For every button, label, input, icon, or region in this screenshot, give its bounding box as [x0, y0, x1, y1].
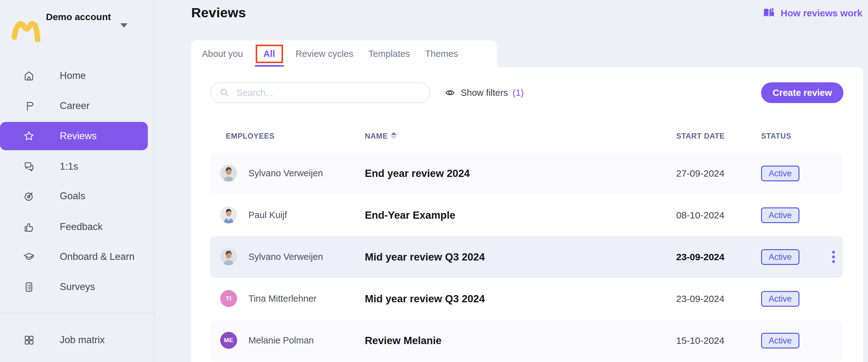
survey-list-icon — [23, 281, 35, 293]
create-review-button[interactable]: Create review — [761, 82, 843, 103]
search-box — [210, 82, 430, 103]
sidebar-item-onboard-learn[interactable]: Onboard & Learn — [0, 247, 148, 267]
avatar — [220, 206, 237, 223]
sidebar-item-surveys[interactable]: Surveys — [0, 277, 148, 297]
star-icon — [23, 130, 35, 142]
avatar: ME — [220, 332, 237, 349]
filter-count-badge: (1) — [513, 88, 524, 98]
sidebar-item-1-1s[interactable]: 1:1s — [0, 157, 148, 176]
sidebar-item-reviews[interactable]: Reviews — [0, 122, 148, 150]
column-header-name[interactable]: NAME — [365, 132, 397, 140]
employee-name: Tina Mitterlehner — [248, 278, 317, 320]
sidebar-item-feedback[interactable]: Feedback — [0, 217, 148, 237]
chat-bubbles-icon — [23, 160, 35, 173]
status-badge: Active — [761, 249, 800, 265]
how-reviews-work-link[interactable]: How reviews work — [762, 6, 862, 20]
row-actions-menu-icon[interactable] — [827, 249, 840, 265]
column-header-name-label: NAME — [365, 132, 388, 140]
start-date: 23-09-2024 — [676, 236, 724, 278]
status-badge: Active — [761, 333, 800, 349]
brand-logo-icon — [11, 12, 42, 43]
target-icon — [23, 190, 35, 202]
review-name: End-Year Example — [365, 194, 455, 236]
employee-name: Paul Kuijf — [248, 194, 287, 236]
sidebar-item-label: Home — [60, 70, 86, 81]
sidebar-divider — [0, 313, 154, 314]
show-filters-toggle[interactable]: Show filters (1) — [444, 82, 524, 103]
avatar — [220, 248, 237, 265]
table-header: EMPLOYEES NAME START DATE STATUS — [191, 132, 863, 142]
sidebar-item-label: Feedback — [60, 221, 102, 233]
start-date: 08-10-2024 — [676, 194, 724, 236]
column-header-start-date: START DATE — [676, 132, 724, 140]
avatar — [220, 165, 237, 182]
page-title: Reviews — [191, 5, 246, 21]
sidebar-item-label: Surveys — [60, 281, 95, 293]
account-switcher-caret-icon[interactable] — [120, 23, 128, 28]
search-icon — [219, 87, 230, 98]
status-badge: Active — [761, 166, 800, 181]
grid-icon — [23, 334, 35, 346]
reviews-card: Show filters (1) Create review EMPLOYEES… — [191, 67, 863, 362]
column-header-status: STATUS — [761, 132, 791, 140]
sidebar-item-label: 1:1s — [60, 161, 78, 172]
book-icon — [762, 6, 776, 20]
sidebar-item-label: Career — [60, 100, 90, 111]
table-row[interactable]: ME Melanie Polman Review Melanie 15-10-2… — [210, 320, 843, 361]
avatar-initials: ME — [224, 337, 234, 344]
review-name: End year review 2024 — [365, 153, 470, 194]
employee-name: Sylvano Verweijen — [248, 153, 323, 194]
status-badge: Active — [761, 291, 800, 307]
how-reviews-work-label: How reviews work — [781, 8, 862, 19]
sidebar-item-goals[interactable]: Goals — [0, 186, 148, 206]
review-name: Mid year review Q3 2024 — [365, 278, 485, 320]
app-root: Demo account Home Career — [0, 0, 868, 362]
avatar: TI — [220, 290, 237, 307]
avatar-initials: TI — [226, 295, 231, 302]
start-date: 15-10-2024 — [676, 320, 724, 361]
annotation-highlight-box: All — [256, 45, 283, 63]
eye-icon — [444, 87, 456, 98]
graduation-cap-icon — [23, 251, 35, 263]
sidebar-item-label: Goals — [60, 190, 85, 202]
active-tab-underline — [255, 65, 284, 67]
sidebar-item-label: Job matrix — [60, 334, 105, 345]
sidebar: Demo account Home Career — [0, 0, 155, 362]
table-row[interactable]: TI Tina Mitterlehner Mid year review Q3 … — [210, 278, 843, 320]
show-filters-label: Show filters — [461, 88, 508, 98]
search-input[interactable] — [236, 87, 420, 98]
review-name: Mid year review Q3 2024 — [365, 236, 485, 278]
review-list: Sylvano Verweijen End year review 2024 2… — [210, 153, 843, 361]
start-date: 23-09-2024 — [676, 278, 724, 320]
account-name: Demo account — [46, 11, 115, 23]
tab-templates[interactable]: Templates — [368, 49, 410, 59]
column-header-employees: EMPLOYEES — [226, 132, 275, 140]
tab-themes[interactable]: Themes — [425, 49, 458, 59]
home-icon — [23, 69, 35, 82]
sort-icon — [391, 132, 397, 139]
tab-all[interactable]: All — [264, 49, 275, 59]
employee-name: Sylvano Verweijen — [248, 236, 323, 278]
table-row[interactable]: Sylvano Verweijen End year review 2024 2… — [210, 153, 843, 194]
tab-review-cycles[interactable]: Review cycles — [296, 49, 353, 59]
sidebar-item-home[interactable]: Home — [0, 66, 148, 86]
employee-name: Melanie Polman — [248, 320, 314, 361]
start-date: 27-09-2024 — [676, 153, 724, 194]
table-row[interactable]: Sylvano Verweijen Mid year review Q3 202… — [210, 236, 843, 278]
sidebar-item-career[interactable]: Career — [0, 96, 148, 116]
table-row[interactable]: Paul Kuijf End-Year Example 08-10-2024 A… — [210, 194, 843, 236]
tab-about-you[interactable]: About you — [202, 49, 243, 59]
thumbs-up-icon — [23, 221, 35, 233]
signpost-icon — [23, 100, 35, 112]
sidebar-item-label: Onboard & Learn — [60, 251, 134, 262]
sidebar-item-label: Reviews — [60, 130, 97, 142]
status-badge: Active — [761, 207, 800, 223]
tab-bar: About you All Review cycles Templates Th… — [191, 40, 497, 67]
review-name: Review Melanie — [365, 320, 441, 361]
sidebar-item-job-matrix[interactable]: Job matrix — [0, 330, 148, 350]
